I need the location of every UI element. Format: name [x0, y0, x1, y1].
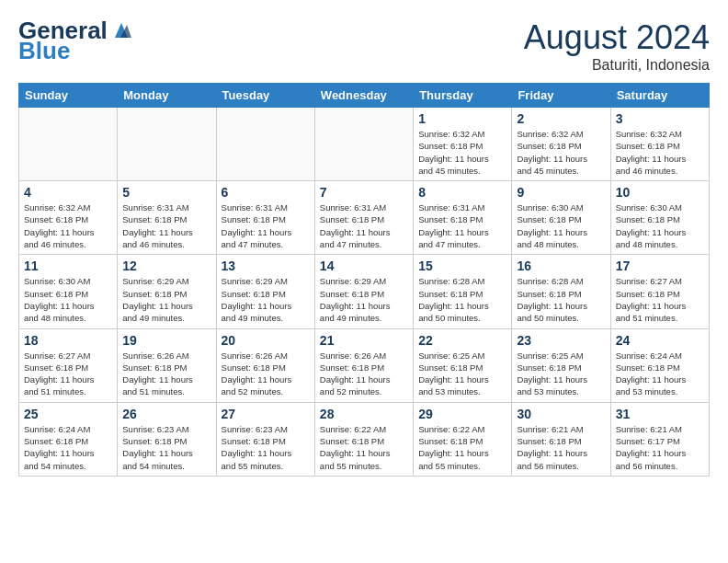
day-number: 13	[222, 259, 310, 273]
calendar-table: SundayMondayTuesdayWednesdayThursdayFrid…	[18, 83, 710, 477]
day-info: Sunrise: 6:32 AM Sunset: 6:18 PM Dayligh…	[418, 128, 506, 177]
day-info: Sunrise: 6:32 AM Sunset: 6:18 PM Dayligh…	[616, 128, 704, 177]
day-info: Sunrise: 6:30 AM Sunset: 6:18 PM Dayligh…	[616, 201, 704, 250]
day-info: Sunrise: 6:22 AM Sunset: 6:18 PM Dayligh…	[320, 423, 408, 472]
calendar-cell: 29Sunrise: 6:22 AM Sunset: 6:18 PM Dayli…	[414, 402, 512, 476]
calendar-cell: 1Sunrise: 6:32 AM Sunset: 6:18 PM Daylig…	[414, 108, 512, 181]
day-info: Sunrise: 6:27 AM Sunset: 6:18 PM Dayligh…	[616, 275, 704, 324]
day-info: Sunrise: 6:23 AM Sunset: 6:18 PM Dayligh…	[222, 423, 310, 472]
calendar-cell: 30Sunrise: 6:21 AM Sunset: 6:18 PM Dayli…	[512, 402, 610, 476]
calendar-cell: 6Sunrise: 6:31 AM Sunset: 6:18 PM Daylig…	[216, 181, 314, 255]
day-info: Sunrise: 6:26 AM Sunset: 6:18 PM Dayligh…	[222, 350, 310, 398]
day-header-friday: Friday	[512, 84, 610, 108]
day-header-thursday: Thursday	[414, 84, 512, 108]
day-number: 20	[222, 333, 310, 348]
day-number: 19	[122, 333, 210, 348]
day-number: 21	[320, 333, 408, 348]
day-header-wednesday: Wednesday	[314, 84, 413, 108]
day-info: Sunrise: 6:26 AM Sunset: 6:18 PM Dayligh…	[122, 350, 210, 398]
calendar-cell: 14Sunrise: 6:29 AM Sunset: 6:18 PM Dayli…	[314, 255, 413, 328]
calendar-cell: 26Sunrise: 6:23 AM Sunset: 6:18 PM Dayli…	[118, 402, 216, 476]
calendar-cell: 20Sunrise: 6:26 AM Sunset: 6:18 PM Dayli…	[216, 328, 314, 402]
calendar-cell: 19Sunrise: 6:26 AM Sunset: 6:18 PM Dayli…	[118, 328, 216, 402]
calendar-cell: 21Sunrise: 6:26 AM Sunset: 6:18 PM Dayli…	[314, 328, 413, 402]
calendar-cell: 4Sunrise: 6:32 AM Sunset: 6:18 PM Daylig…	[19, 181, 118, 255]
calendar-cell: 7Sunrise: 6:31 AM Sunset: 6:18 PM Daylig…	[314, 181, 413, 255]
calendar-cell: 8Sunrise: 6:31 AM Sunset: 6:18 PM Daylig…	[414, 181, 512, 255]
calendar-cell: 18Sunrise: 6:27 AM Sunset: 6:18 PM Dayli…	[19, 328, 118, 402]
day-number: 7	[320, 185, 408, 200]
day-info: Sunrise: 6:24 AM Sunset: 6:18 PM Dayligh…	[24, 423, 112, 472]
day-info: Sunrise: 6:31 AM Sunset: 6:18 PM Dayligh…	[222, 201, 310, 250]
day-number: 24	[616, 333, 704, 348]
calendar-cell: 16Sunrise: 6:28 AM Sunset: 6:18 PM Dayli…	[512, 255, 610, 328]
day-number: 6	[222, 185, 310, 200]
calendar-cell: 3Sunrise: 6:32 AM Sunset: 6:18 PM Daylig…	[610, 108, 709, 181]
day-info: Sunrise: 6:21 AM Sunset: 6:17 PM Dayligh…	[616, 423, 704, 472]
day-info: Sunrise: 6:27 AM Sunset: 6:18 PM Dayligh…	[24, 350, 112, 398]
day-number: 25	[24, 407, 112, 421]
day-number: 5	[122, 185, 210, 200]
day-info: Sunrise: 6:31 AM Sunset: 6:18 PM Dayligh…	[320, 201, 408, 250]
calendar-week-5: 25Sunrise: 6:24 AM Sunset: 6:18 PM Dayli…	[19, 402, 710, 476]
day-number: 11	[24, 259, 112, 273]
calendar-cell: 13Sunrise: 6:29 AM Sunset: 6:18 PM Dayli…	[216, 255, 314, 328]
day-number: 2	[517, 111, 605, 126]
calendar-cell: 23Sunrise: 6:25 AM Sunset: 6:18 PM Dayli…	[512, 328, 610, 402]
title-block: August 2024 Baturiti, Indonesia	[524, 18, 710, 74]
calendar-week-3: 11Sunrise: 6:30 AM Sunset: 6:18 PM Dayli…	[19, 255, 710, 328]
day-info: Sunrise: 6:29 AM Sunset: 6:18 PM Dayligh…	[222, 275, 310, 324]
day-number: 15	[418, 259, 506, 273]
calendar-cell: 24Sunrise: 6:24 AM Sunset: 6:18 PM Dayli…	[610, 328, 709, 402]
day-info: Sunrise: 6:29 AM Sunset: 6:18 PM Dayligh…	[122, 275, 210, 324]
day-info: Sunrise: 6:30 AM Sunset: 6:18 PM Dayligh…	[24, 275, 112, 324]
calendar-cell: 9Sunrise: 6:30 AM Sunset: 6:18 PM Daylig…	[512, 181, 610, 255]
calendar-cell	[314, 108, 413, 181]
day-info: Sunrise: 6:32 AM Sunset: 6:18 PM Dayligh…	[24, 201, 112, 250]
logo: General Blue	[18, 18, 131, 65]
calendar-cell: 27Sunrise: 6:23 AM Sunset: 6:18 PM Dayli…	[216, 402, 314, 476]
day-number: 1	[418, 111, 506, 126]
day-number: 3	[616, 111, 704, 126]
calendar-cell: 11Sunrise: 6:30 AM Sunset: 6:18 PM Dayli…	[19, 255, 118, 328]
day-number: 18	[24, 333, 112, 348]
page-header: General Blue August 2024 Baturiti, Indon…	[18, 18, 710, 74]
calendar-body: 1Sunrise: 6:32 AM Sunset: 6:18 PM Daylig…	[19, 108, 710, 477]
month-title: August 2024	[524, 18, 710, 57]
day-number: 27	[222, 407, 310, 421]
calendar-week-4: 18Sunrise: 6:27 AM Sunset: 6:18 PM Dayli…	[19, 328, 710, 402]
calendar-cell	[118, 108, 216, 181]
day-header-monday: Monday	[118, 84, 216, 108]
day-number: 12	[122, 259, 210, 273]
calendar-cell	[19, 108, 118, 181]
day-number: 28	[320, 407, 408, 421]
day-info: Sunrise: 6:32 AM Sunset: 6:18 PM Dayligh…	[517, 128, 605, 177]
day-header-tuesday: Tuesday	[216, 84, 314, 108]
day-info: Sunrise: 6:31 AM Sunset: 6:18 PM Dayligh…	[418, 201, 506, 250]
calendar-cell: 2Sunrise: 6:32 AM Sunset: 6:18 PM Daylig…	[512, 108, 610, 181]
day-number: 14	[320, 259, 408, 273]
day-number: 31	[616, 407, 704, 421]
day-info: Sunrise: 6:29 AM Sunset: 6:18 PM Dayligh…	[320, 275, 408, 324]
calendar-cell: 15Sunrise: 6:28 AM Sunset: 6:18 PM Dayli…	[414, 255, 512, 328]
day-number: 10	[616, 185, 704, 200]
day-info: Sunrise: 6:23 AM Sunset: 6:18 PM Dayligh…	[122, 423, 210, 472]
logo-blue-text: Blue	[18, 37, 70, 65]
calendar-cell: 10Sunrise: 6:30 AM Sunset: 6:18 PM Dayli…	[610, 181, 709, 255]
calendar-cell: 28Sunrise: 6:22 AM Sunset: 6:18 PM Dayli…	[314, 402, 413, 476]
logo-icon	[111, 21, 131, 40]
calendar-cell: 5Sunrise: 6:31 AM Sunset: 6:18 PM Daylig…	[118, 181, 216, 255]
day-number: 4	[24, 185, 112, 200]
day-info: Sunrise: 6:28 AM Sunset: 6:18 PM Dayligh…	[418, 275, 506, 324]
day-header-sunday: Sunday	[19, 84, 118, 108]
day-info: Sunrise: 6:21 AM Sunset: 6:18 PM Dayligh…	[517, 423, 605, 472]
day-info: Sunrise: 6:28 AM Sunset: 6:18 PM Dayligh…	[517, 275, 605, 324]
calendar-cell: 25Sunrise: 6:24 AM Sunset: 6:18 PM Dayli…	[19, 402, 118, 476]
day-info: Sunrise: 6:31 AM Sunset: 6:18 PM Dayligh…	[122, 201, 210, 250]
day-info: Sunrise: 6:26 AM Sunset: 6:18 PM Dayligh…	[320, 350, 408, 398]
day-number: 23	[517, 333, 605, 348]
day-number: 26	[122, 407, 210, 421]
day-number: 30	[517, 407, 605, 421]
day-number: 16	[517, 259, 605, 273]
calendar-cell: 31Sunrise: 6:21 AM Sunset: 6:17 PM Dayli…	[610, 402, 709, 476]
